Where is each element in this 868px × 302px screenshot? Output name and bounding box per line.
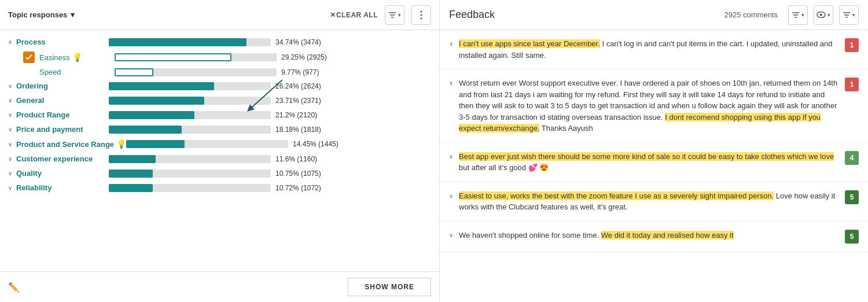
bar-container-price-payment: 18.18% (1818) — [109, 126, 431, 134]
badge-fb4: 5 — [845, 190, 859, 204]
bar-track-easiness — [115, 53, 277, 61]
more-options-button[interactable] — [411, 5, 431, 25]
bar-fill-price-payment — [109, 126, 182, 134]
topic-label-general: General — [16, 96, 109, 105]
feedback-item-fb4: ∨Easiest to use, works the best with the… — [440, 182, 868, 222]
feedback-list: ∨I can't use apps since last year Decemb… — [440, 30, 868, 302]
bar-label-customer-experience: 11.6% (1160) — [275, 155, 322, 163]
bar-label-speed: 9.77% (977) — [281, 68, 328, 76]
clear-all-label: ✕CLEAR ALL — [330, 11, 378, 19]
topic-row-process[interactable]: ∧Process34.74% (3474) — [0, 35, 439, 49]
svg-point-3 — [421, 10, 422, 12]
feedback-text-fb1: I can't use apps since last year Decembe… — [459, 38, 839, 61]
chevron-down-icon: ▾ — [71, 10, 75, 19]
badge-fb5: 5 — [845, 230, 859, 244]
topic-label-reliability: Reliability — [16, 183, 109, 192]
bar-fill-quality — [109, 170, 153, 178]
left-header: Topic responses ▾ ✕CLEAR ALL ▾ — [0, 0, 439, 30]
normal-text: Thanks Aayush — [539, 124, 593, 132]
topic-label-product-range: Product Range — [16, 111, 109, 119]
bar-track-product-range — [109, 111, 271, 119]
bar-track-reliability — [109, 184, 271, 192]
left-footer: ✏️ SHOW MORE — [0, 271, 439, 302]
badge-fb1: 1 — [845, 38, 859, 52]
right-filter-button[interactable]: ▾ — [788, 5, 808, 25]
topic-label-product-service: Product and Service Range💡 — [16, 139, 126, 149]
topic-row-general[interactable]: ∨General23.71% (2371) — [0, 93, 439, 108]
right-header: Feedback 2925 comments ▾ ▾ ▾ — [440, 0, 868, 30]
edit-button[interactable]: ✏️ — [8, 282, 20, 293]
topic-label-price-payment: Price and payment — [16, 125, 109, 134]
bar-track-process — [109, 38, 271, 46]
topic-row-reliability[interactable]: ∨Reliability10.72% (1072) — [0, 181, 439, 195]
bar-label-ordering: 26.24% (2624) — [275, 82, 322, 90]
sort-icon — [843, 12, 851, 19]
bar-track-price-payment — [109, 126, 271, 134]
topics-list: ∧Process34.74% (3474)Easiness💡29.25% (29… — [0, 30, 439, 271]
bar-track-ordering — [109, 82, 271, 90]
bar-container-product-range: 21.2% (2120) — [109, 111, 431, 119]
topic-label-ordering: Ordering — [16, 82, 109, 90]
topic-row-product-range[interactable]: ∨Product Range21.2% (2120) — [0, 108, 439, 122]
sort-chevron: ▾ — [852, 12, 855, 18]
bar-container-customer-experience: 11.6% (1160) — [109, 155, 431, 163]
feedback-text-fb2: Worst return ever Worst support executiv… — [459, 78, 839, 134]
right-eye-button[interactable]: ▾ — [814, 5, 833, 25]
comments-count: 2925 comments — [724, 10, 778, 19]
topic-row-product-service[interactable]: ∨Product and Service Range💡14.45% (1445) — [0, 137, 439, 152]
checkbox-easiness[interactable] — [23, 51, 35, 63]
badge-fb3: 4 — [845, 151, 859, 165]
chevron-icon-product-range: ∨ — [8, 112, 16, 118]
bar-label-process: 34.74% (3474) — [275, 38, 322, 46]
highlighted-text: Easiest to use, works the best with the … — [459, 191, 774, 200]
bar-fill-ordering — [109, 82, 214, 90]
bar-track-speed — [115, 68, 277, 76]
eye-chevron: ▾ — [827, 12, 830, 18]
sub-row-speed[interactable]: Speed9.77% (977) — [0, 65, 439, 79]
topic-responses-button[interactable]: Topic responses ▾ — [8, 10, 75, 19]
chevron-icon-process: ∧ — [8, 39, 16, 45]
chevron-icon-general: ∨ — [8, 97, 16, 104]
feedback-item-fb1: ∨I can't use apps since last year Decemb… — [440, 30, 868, 69]
bar-fill-reliability — [109, 184, 153, 192]
bar-fill-product-service — [126, 140, 185, 148]
right-sort-button[interactable]: ▾ — [839, 5, 859, 25]
bar-container-product-service: 14.45% (1445) — [126, 140, 431, 148]
topic-label-customer-experience: Customer experience — [16, 154, 109, 163]
highlighted-text: We did it today and realised how easy it — [601, 231, 734, 240]
bar-label-easiness: 29.25% (2925) — [281, 53, 328, 61]
bar-label-product-range: 21.2% (2120) — [275, 111, 322, 119]
feedback-title: Feedback — [449, 9, 719, 21]
bar-container-speed: 9.77% (977) — [115, 68, 431, 76]
bar-track-customer-experience — [109, 155, 271, 163]
feedback-text-fb5: We haven't shopped online for some time.… — [459, 230, 839, 241]
bulb-icon-product-service: 💡 — [116, 139, 126, 149]
topic-row-quality[interactable]: ∨Quality10.75% (1075) — [0, 166, 439, 181]
bar-fill-customer-experience — [109, 155, 156, 163]
feedback-item-fb3: ∨Best app ever just wish there should be… — [440, 143, 868, 182]
clear-all-button[interactable]: ✕CLEAR ALL — [330, 11, 378, 19]
topic-responses-label: Topic responses — [8, 10, 67, 19]
filter-icon-button[interactable]: ▾ — [385, 5, 404, 25]
chevron-icon-price-payment: ∨ — [8, 126, 16, 132]
chevron-icon-quality: ∨ — [8, 170, 16, 176]
sub-row-easiness[interactable]: Easiness💡29.25% (2925) — [0, 49, 439, 65]
topic-row-customer-experience[interactable]: ∨Customer experience11.6% (1160) — [0, 152, 439, 166]
bar-track-general — [109, 97, 271, 105]
eye-icon — [816, 12, 826, 18]
left-panel: Topic responses ▾ ✕CLEAR ALL ▾ ∧Process3… — [0, 0, 440, 302]
show-more-button[interactable]: SHOW MORE — [348, 278, 431, 296]
bar-label-general: 23.71% (2371) — [275, 97, 322, 105]
sub-label-easiness: Easiness💡 — [39, 53, 115, 62]
bar-label-quality: 10.75% (1075) — [275, 170, 322, 178]
bulb-icon-easiness: 💡 — [72, 53, 82, 62]
svg-point-4 — [421, 14, 422, 16]
highlighted-text: Best app ever just wish there should be … — [459, 152, 834, 161]
right-filter-icon — [792, 12, 800, 19]
badge-fb2: 1 — [845, 78, 859, 91]
bar-container-process: 34.74% (3474) — [109, 38, 431, 46]
bar-label-product-service: 14.45% (1445) — [293, 140, 339, 148]
bar-container-ordering: 26.24% (2624) — [109, 82, 431, 90]
topic-row-price-payment[interactable]: ∨Price and payment18.18% (1818) — [0, 122, 439, 137]
topic-row-ordering[interactable]: ∨Ordering26.24% (2624) — [0, 79, 439, 93]
